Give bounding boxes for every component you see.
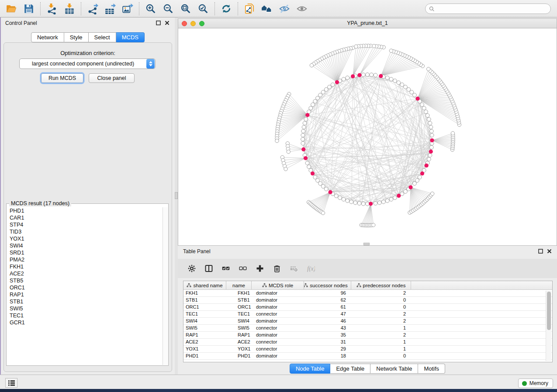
zoom-in-button[interactable] bbox=[144, 2, 158, 16]
select-all-button[interactable] bbox=[221, 264, 230, 273]
tab-style[interactable]: Style bbox=[64, 32, 89, 42]
scrollbar-thumb[interactable] bbox=[547, 292, 551, 330]
open-file-button[interactable] bbox=[4, 2, 18, 16]
network-canvas[interactable] bbox=[178, 28, 557, 245]
run-mcds-button[interactable]: Run MCDS bbox=[41, 73, 83, 83]
float-panel-icon[interactable] bbox=[156, 21, 161, 25]
import-table-button[interactable] bbox=[62, 2, 76, 16]
result-node-item[interactable]: GCR1 bbox=[7, 319, 163, 326]
tab-motifs[interactable]: Motifs bbox=[418, 364, 445, 374]
export-table-button[interactable] bbox=[103, 2, 117, 16]
column-header-name[interactable]: name bbox=[226, 281, 252, 289]
hide-selected-button[interactable] bbox=[277, 2, 291, 16]
svg-text:f(x): f(x) bbox=[307, 265, 315, 272]
cell-shared_name: ORC1 bbox=[183, 304, 226, 310]
show-all-button[interactable] bbox=[295, 2, 309, 16]
close-panel-icon[interactable] bbox=[547, 249, 552, 254]
table-row[interactable]: ORC1ORC1dominator610 bbox=[183, 304, 552, 311]
result-node-item[interactable]: FKH1 bbox=[7, 263, 163, 270]
search-input[interactable] bbox=[437, 6, 542, 12]
result-node-item[interactable]: STB1 bbox=[7, 298, 163, 305]
horizontal-splitter-grip[interactable] bbox=[363, 243, 370, 245]
splitter-grip[interactable] bbox=[175, 192, 178, 199]
zoom-out-icon bbox=[163, 3, 174, 14]
control-panel-title: Control Panel bbox=[5, 20, 37, 26]
control-panel: Control Panel NetworkStyleSelectMCDS Opt… bbox=[1, 17, 175, 375]
memory-button[interactable]: Memory bbox=[518, 378, 553, 388]
clone-network-button[interactable] bbox=[242, 2, 256, 16]
table-row[interactable]: YOX1YOX1connector291 bbox=[183, 346, 552, 353]
table-row[interactable]: PHD1PHD1dominator180 bbox=[183, 353, 552, 360]
cell-name: STB1 bbox=[226, 297, 252, 303]
function-builder-button: f(x) bbox=[307, 264, 315, 273]
tab-edge-table[interactable]: Edge Table bbox=[330, 364, 370, 374]
close-panel-button[interactable]: Close panel bbox=[89, 73, 135, 83]
result-node-item[interactable]: TID3 bbox=[7, 228, 163, 235]
float-panel-icon[interactable] bbox=[538, 249, 543, 254]
tab-network[interactable]: Network bbox=[31, 32, 64, 42]
toggle-columns-button[interactable] bbox=[204, 264, 213, 273]
result-node-item[interactable]: STB5 bbox=[7, 277, 163, 284]
deselect-all-button[interactable] bbox=[239, 264, 247, 273]
ring-nodes[interactable] bbox=[275, 44, 461, 227]
mcds-result-scrollbar[interactable] bbox=[163, 207, 168, 365]
close-panel-icon[interactable] bbox=[165, 21, 170, 25]
zoom-selected-button[interactable] bbox=[196, 2, 210, 16]
tab-node-table[interactable]: Node Table bbox=[290, 364, 331, 374]
apply-layout-refresh-button[interactable] bbox=[219, 2, 233, 16]
table-row[interactable]: SWI4SWI4dominator462 bbox=[183, 318, 552, 325]
zoom-fit-button[interactable] bbox=[179, 2, 193, 16]
table-row[interactable]: TEC1TEC1connector472 bbox=[183, 311, 552, 318]
column-header-MCDS-role[interactable]: MCDS role bbox=[252, 281, 304, 289]
zoom-out-button[interactable] bbox=[161, 2, 175, 16]
column-type-icon bbox=[356, 283, 361, 288]
cell-shared_name: YOX1 bbox=[183, 346, 226, 352]
tab-select[interactable]: Select bbox=[89, 32, 116, 42]
result-node-item[interactable]: TEC1 bbox=[7, 312, 163, 319]
tab-mcds[interactable]: MCDS bbox=[116, 32, 145, 42]
result-node-item[interactable]: ACE2 bbox=[7, 270, 163, 277]
table-row[interactable]: SWI5SWI5connector431 bbox=[183, 325, 552, 332]
desktop-wallpaper-strip bbox=[0, 389, 557, 392]
column-header-successor-nodes[interactable]: successor nodes bbox=[304, 281, 351, 289]
result-node-item[interactable]: CAR1 bbox=[7, 214, 163, 221]
column-header-shared-name[interactable]: shared name bbox=[183, 281, 226, 289]
result-node-item[interactable]: PMA2 bbox=[7, 256, 163, 263]
cell-successor_nodes: 43 bbox=[304, 325, 351, 331]
tab-network-table[interactable]: Network Table bbox=[370, 364, 418, 374]
cell-predecessor_nodes: 1 bbox=[351, 339, 411, 345]
optimization-criterion-select[interactable]: largest connected component (undirected) bbox=[19, 58, 156, 69]
export-image-button[interactable] bbox=[121, 2, 135, 16]
settings-gear-button[interactable] bbox=[187, 264, 196, 273]
result-node-item[interactable]: SRD1 bbox=[7, 249, 163, 256]
result-node-item[interactable]: STP4 bbox=[7, 221, 163, 228]
export-network-button[interactable] bbox=[86, 2, 100, 16]
result-node-item[interactable]: SWI4 bbox=[7, 242, 163, 249]
mcds-result-list[interactable]: PHD1CAR1STP4TID3YOX1SWI4SRD1PMA2FKH1ACE2… bbox=[7, 207, 163, 365]
save-session-button[interactable] bbox=[22, 2, 36, 16]
cell-name: TEC1 bbox=[226, 311, 252, 317]
mcds-result-title: MCDS result (17 nodes) bbox=[9, 200, 71, 206]
first-neighbors-button[interactable] bbox=[260, 2, 274, 16]
table-row[interactable]: RAP1RAP1dominator352 bbox=[183, 332, 552, 339]
vertical-splitter[interactable] bbox=[175, 17, 178, 375]
column-header-predecessor-nodes[interactable]: predecessor nodes bbox=[351, 281, 411, 289]
import-network-button[interactable] bbox=[45, 2, 59, 16]
result-node-item[interactable]: PHD1 bbox=[7, 207, 163, 214]
result-node-item[interactable]: SWI5 bbox=[7, 305, 163, 312]
network-graph[interactable] bbox=[178, 28, 557, 245]
table-row[interactable]: ACE2ACE2connector311 bbox=[183, 339, 552, 346]
result-node-item[interactable]: YOX1 bbox=[7, 235, 163, 242]
table-scrollbar[interactable] bbox=[546, 291, 551, 361]
cell-successor_nodes: 47 bbox=[304, 311, 351, 317]
cell-name: SWI5 bbox=[226, 325, 252, 331]
table-row[interactable]: FKH1FKH1dominator962 bbox=[183, 290, 552, 297]
task-history-button[interactable] bbox=[5, 378, 17, 388]
result-node-item[interactable]: ORC1 bbox=[7, 284, 163, 291]
add-column-button[interactable] bbox=[256, 264, 264, 273]
table-row[interactable]: STB1STB1dominator620 bbox=[183, 297, 552, 304]
table-body: FKH1FKH1dominator962STB1STB1dominator620… bbox=[183, 290, 552, 360]
delete-column-button[interactable] bbox=[273, 264, 281, 273]
result-node-item[interactable]: RAP1 bbox=[7, 291, 163, 298]
search-box[interactable] bbox=[425, 3, 551, 14]
